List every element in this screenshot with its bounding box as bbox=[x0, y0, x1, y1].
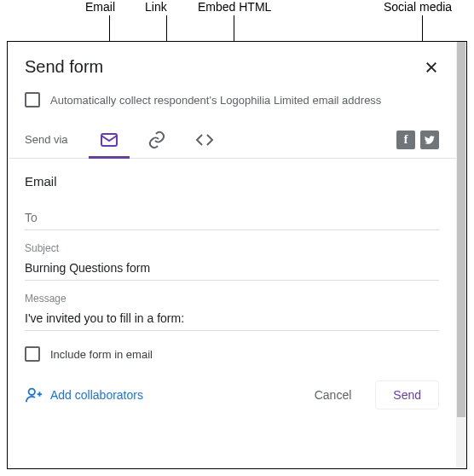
message-input[interactable] bbox=[25, 306, 439, 331]
embed-icon bbox=[194, 130, 215, 150]
add-collaborators-label: Add collaborators bbox=[50, 388, 143, 402]
svg-point-1 bbox=[29, 389, 35, 395]
subject-label: Subject bbox=[25, 242, 439, 254]
facebook-icon: f bbox=[404, 133, 408, 147]
facebook-button[interactable]: f bbox=[396, 131, 415, 149]
send-form-dialog: Send form Automatically collect responde… bbox=[7, 41, 467, 469]
tab-embed[interactable] bbox=[181, 121, 228, 159]
auto-collect-checkbox[interactable] bbox=[25, 92, 40, 107]
message-label: Message bbox=[25, 293, 439, 305]
email-section-heading: Email bbox=[8, 159, 456, 194]
scrollbar-thumb[interactable] bbox=[457, 42, 465, 417]
dialog-title: Send form bbox=[25, 57, 103, 77]
annotation-layer: Email Link Embed HTML Social media bbox=[0, 0, 474, 43]
link-icon bbox=[147, 130, 167, 150]
tab-email[interactable] bbox=[85, 121, 133, 159]
add-collaborator-icon bbox=[25, 386, 43, 404]
send-button[interactable]: Send bbox=[375, 380, 439, 409]
twitter-button[interactable] bbox=[420, 131, 439, 149]
close-button[interactable] bbox=[424, 60, 439, 75]
scrollbar[interactable] bbox=[456, 42, 466, 468]
annotation-link: Link bbox=[145, 0, 167, 14]
annotation-email: Email bbox=[85, 0, 115, 14]
subject-input[interactable] bbox=[25, 256, 439, 281]
auto-collect-label: Automatically collect respondent's Logop… bbox=[50, 94, 381, 107]
email-icon bbox=[99, 130, 119, 150]
annotation-social: Social media bbox=[384, 0, 452, 14]
tab-link[interactable] bbox=[133, 121, 181, 159]
to-input[interactable] bbox=[25, 206, 439, 230]
close-icon bbox=[424, 60, 439, 75]
send-via-label: Send via bbox=[25, 133, 68, 146]
include-form-checkbox[interactable] bbox=[25, 346, 40, 362]
cancel-button[interactable]: Cancel bbox=[298, 381, 369, 409]
annotation-embed: Embed HTML bbox=[198, 0, 271, 14]
twitter-icon bbox=[424, 134, 436, 146]
add-collaborators-button[interactable]: Add collaborators bbox=[25, 386, 143, 404]
include-form-label: Include form in email bbox=[50, 348, 153, 361]
